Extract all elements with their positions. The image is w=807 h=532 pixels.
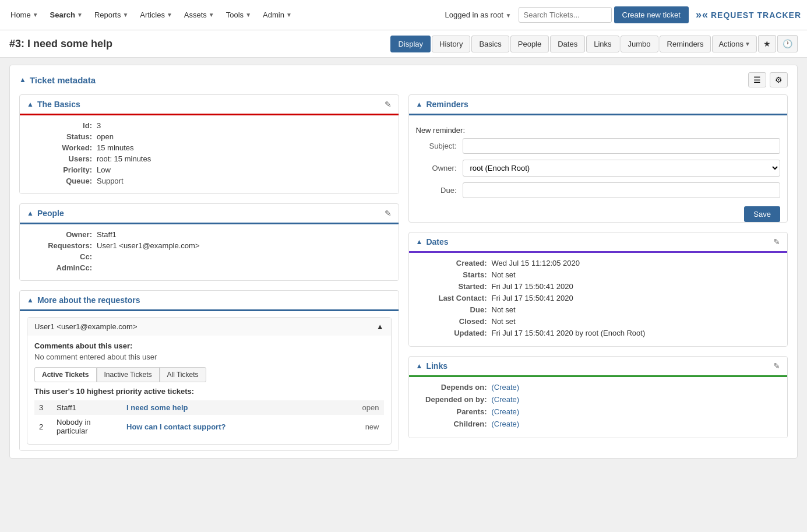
basics-card: ▲ The Basics ✎ Id: 3 Status: open: [19, 94, 399, 194]
basics-id-row: Id: 3: [27, 121, 392, 130]
top-nav: Home ▼ Search ▼ Reports ▼ Articles ▼ Ass…: [0, 0, 807, 30]
children-create-link[interactable]: (Create): [492, 420, 520, 428]
tab-dates[interactable]: Dates: [550, 36, 585, 52]
search-input[interactable]: [519, 7, 612, 23]
collapse-icon[interactable]: ▲: [27, 209, 34, 217]
links-children-row: Children: (Create): [416, 420, 781, 428]
chevron-down-icon: ▼: [167, 12, 172, 18]
dates-starts-row: Starts: Not set: [416, 270, 781, 279]
depends-on-create-link[interactable]: (Create): [492, 383, 520, 392]
ticket-tabs: Active Tickets Inactive Tickets All Tick…: [34, 367, 384, 382]
reminders-save-button[interactable]: Save: [744, 206, 780, 222]
chevron-down-icon: ▼: [506, 12, 512, 19]
right-col: ▲ Reminders New reminder: Subject: Owner…: [408, 94, 788, 451]
basics-worked-row: Worked: 15 minutes: [27, 143, 392, 152]
depended-on-by-create-link[interactable]: (Create): [492, 395, 520, 404]
tab-active-tickets[interactable]: Active Tickets: [34, 367, 97, 382]
new-reminder-label: New reminder:: [416, 121, 781, 138]
rt-logo: »« REQUEST TRACKER: [696, 9, 801, 21]
tab-inactive-tickets[interactable]: Inactive Tickets: [97, 367, 160, 382]
links-card: ▲ Links ✎ Depends on: (Create) Depended …: [408, 356, 788, 438]
tab-jumbo[interactable]: Jumbo: [621, 36, 658, 52]
dates-card: ▲ Dates ✎ Created: Wed Jul 15 11:12:05 2…: [408, 232, 788, 347]
ticket-title: #3: I need some help: [9, 38, 386, 50]
tab-links[interactable]: Links: [586, 36, 619, 52]
nav-assets[interactable]: Assets ▼: [179, 7, 219, 23]
left-col: ▲ The Basics ✎ Id: 3 Status: open: [19, 94, 399, 451]
clock-icon[interactable]: 🕐: [777, 35, 798, 52]
tab-history[interactable]: History: [432, 36, 470, 52]
collapse-icon[interactable]: ▲: [416, 100, 423, 108]
people-card-title: ▲ People: [27, 209, 64, 218]
dates-edit-button[interactable]: ✎: [773, 237, 780, 246]
collapse-icon[interactable]: ▲: [416, 238, 423, 246]
nav-search[interactable]: Search ▼: [45, 7, 87, 23]
dates-due-row: Due: Not set: [416, 305, 781, 314]
ticket-header: #3: I need some help Display History Bas…: [0, 30, 807, 58]
logged-in-label[interactable]: Logged in as root ▼: [440, 7, 516, 23]
collapse-icon[interactable]: ▲: [27, 100, 34, 108]
user-header[interactable]: User1 <user1@example.com> ▲: [27, 318, 391, 336]
links-card-title: ▲ Links: [416, 361, 447, 371]
dates-created-row: Created: Wed Jul 15 11:12:05 2020: [416, 259, 781, 267]
basics-edit-button[interactable]: ✎: [385, 100, 392, 109]
chevron-down-icon: ▼: [286, 12, 292, 18]
list-view-button[interactable]: ☰: [748, 72, 766, 87]
more-about-card-title: ▲ More about the requestors: [27, 295, 140, 305]
more-about-card: ▲ More about the requestors User1 <user1…: [19, 290, 399, 451]
table-row: 2 Nobody in particular How can I contact…: [34, 415, 384, 438]
collapse-icon[interactable]: ▲: [27, 296, 34, 304]
collapse-icon[interactable]: ▲: [416, 362, 423, 370]
basics-queue-row: Queue: Support: [27, 177, 392, 185]
people-edit-button[interactable]: ✎: [385, 209, 392, 218]
chevron-down-icon: ▼: [209, 12, 214, 18]
priority-text: This user's 10 highest priority active t…: [34, 387, 384, 396]
create-ticket-button[interactable]: Create new ticket: [614, 6, 689, 23]
nav-articles[interactable]: Articles ▼: [135, 7, 177, 23]
nav-home[interactable]: Home ▼: [6, 7, 43, 23]
tab-display[interactable]: Display: [390, 36, 431, 52]
dates-closed-row: Closed: Not set: [416, 317, 781, 326]
dates-last-contact-row: Last Contact: Fri Jul 17 15:50:41 2020: [416, 294, 781, 302]
reminders-card-title: ▲ Reminders: [416, 100, 468, 109]
reminders-card-header: ▲ Reminders: [409, 95, 788, 115]
reminder-due-input[interactable]: [463, 182, 781, 198]
reminders-card-body: New reminder: Subject: Owner: root (Enoc…: [409, 115, 788, 214]
tab-actions[interactable]: Actions ▼: [712, 36, 757, 52]
chevron-down-icon: ▼: [33, 12, 38, 18]
metadata-title: ▲ Ticket metadata: [19, 75, 96, 85]
tab-people[interactable]: People: [510, 36, 549, 52]
links-edit-button[interactable]: ✎: [773, 361, 780, 371]
reminder-subject-input[interactable]: [463, 138, 781, 154]
nav-admin[interactable]: Admin ▼: [258, 7, 297, 23]
bookmark-icon[interactable]: ★: [758, 35, 776, 52]
reminder-owner-select[interactable]: root (Enoch Root): [463, 160, 781, 177]
reminders-card: ▲ Reminders New reminder: Subject: Owner…: [408, 94, 788, 223]
people-requestors-row: Requestors: User1 <user1@example.com>: [27, 241, 392, 250]
basics-card-title: ▲ The Basics: [27, 100, 80, 109]
tab-basics[interactable]: Basics: [471, 36, 509, 52]
active-tickets-table: 3 Staff1 I need some help open 2 Nobody …: [34, 400, 384, 438]
chevron-down-icon: ▼: [122, 12, 128, 18]
links-parents-row: Parents: (Create): [416, 407, 781, 416]
reminder-subject-row: Subject:: [416, 138, 781, 154]
basics-card-body: Id: 3 Status: open Worked: 15 minutes: [20, 115, 399, 193]
user-collapsible: User1 <user1@example.com> ▲ Comments abo…: [27, 317, 392, 445]
nav-tools[interactable]: Tools ▼: [221, 7, 256, 23]
parents-create-link[interactable]: (Create): [492, 407, 520, 416]
user-body: Comments about this user: No comment ent…: [27, 336, 391, 444]
links-depended-on-by-row: Depended on by: (Create): [416, 395, 781, 404]
tab-reminders[interactable]: Reminders: [660, 36, 711, 52]
dates-card-title: ▲ Dates: [416, 237, 449, 246]
chevron-up-icon: ▲: [376, 322, 384, 331]
links-card-header: ▲ Links ✎: [409, 357, 788, 377]
reminder-owner-row: Owner: root (Enoch Root): [416, 160, 781, 177]
people-card-body: Owner: Staff1 Requestors: User1 <user1@e…: [20, 224, 399, 280]
collapse-icon[interactable]: ▲: [19, 76, 26, 84]
nav-reports[interactable]: Reports ▼: [90, 7, 133, 23]
people-cc-row: Cc:: [27, 252, 392, 261]
reminder-due-row: Due:: [416, 182, 781, 198]
dates-updated-row: Updated: Fri Jul 17 15:50:41 2020 by roo…: [416, 329, 781, 337]
tab-all-tickets[interactable]: All Tickets: [160, 367, 206, 382]
settings-button[interactable]: ⚙: [770, 72, 788, 87]
